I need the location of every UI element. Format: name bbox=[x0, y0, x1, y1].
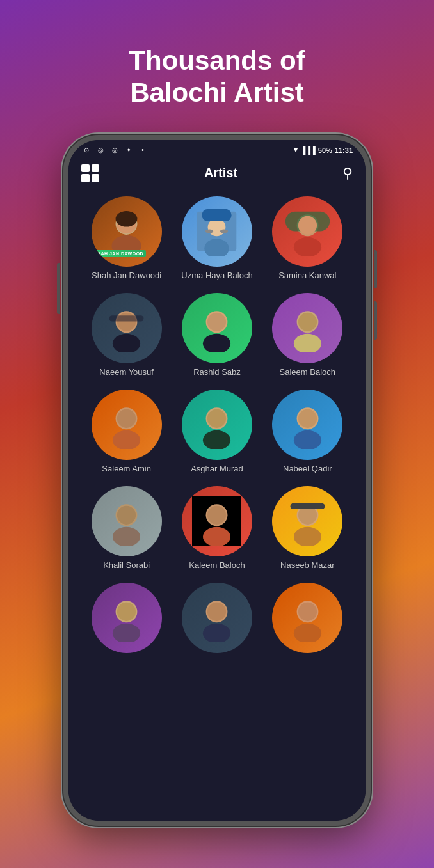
app-title: Artist bbox=[204, 166, 237, 180]
artist-card-naseeb[interactable]: Naseeb Mazar bbox=[271, 486, 344, 570]
artist-card-naeem[interactable]: Naeem Yousuf bbox=[90, 293, 163, 377]
page-title: Thousands of Balochi Artist bbox=[90, 45, 343, 109]
svg-point-23 bbox=[298, 313, 317, 331]
artist-row-2: Naeem Yousuf Rashid Sabz bbox=[81, 293, 353, 377]
artist-row-5 bbox=[81, 583, 353, 657]
search-icon[interactable]: ⚲ bbox=[342, 165, 353, 182]
artist-card-nabeel[interactable]: Nabeel Qadir bbox=[271, 390, 344, 473]
artist-card-shah-jan[interactable]: Shah Jan Dawood Shah Jan Dawoodi bbox=[90, 196, 163, 280]
svg-point-48 bbox=[203, 624, 230, 642]
svg-point-49 bbox=[207, 603, 226, 621]
svg-point-25 bbox=[113, 430, 140, 449]
artist-card-partial-1[interactable] bbox=[90, 583, 163, 657]
artist-card-uzma[interactable]: Uzma Haya Baloch bbox=[180, 196, 253, 280]
svg-point-45 bbox=[113, 624, 140, 642]
svg-point-11 bbox=[294, 237, 321, 256]
svg-point-28 bbox=[203, 430, 230, 449]
volume-down-button bbox=[374, 301, 377, 340]
time-display: 11:31 bbox=[335, 146, 353, 154]
wifi-icon: ▾ bbox=[294, 146, 298, 154]
status-icon-3: ◎ bbox=[109, 145, 120, 155]
svg-point-46 bbox=[117, 603, 136, 621]
artist-grid: Shah Jan Dawood Shah Jan Dawoodi bbox=[68, 190, 366, 821]
artist-avatar-rashid bbox=[182, 293, 252, 363]
phone-frame: ⊙ ◎ ◎ ✦ • ▾ ▐▐▐ 50% 11:31 Artist bbox=[63, 135, 371, 826]
artist-row-1: Shah Jan Dawood Shah Jan Dawoodi bbox=[81, 196, 353, 280]
artist-avatar-saleem-b bbox=[272, 293, 342, 363]
status-icon-4: ✦ bbox=[124, 145, 134, 155]
artist-name-kaleem: Kaleem Baloch bbox=[189, 560, 245, 570]
artist-row-3: Saleem Amin Asghar Murad bbox=[81, 390, 353, 473]
artist-avatar-shah-jan: Shah Jan Dawood bbox=[92, 196, 162, 267]
artist-row-4: Khalil Sorabi Kaleem Baloch bbox=[81, 486, 353, 570]
top-bar: Artist ⚲ bbox=[68, 159, 366, 190]
svg-point-26 bbox=[117, 409, 136, 428]
status-dot: • bbox=[138, 145, 148, 155]
svg-point-19 bbox=[203, 334, 230, 352]
svg-point-22 bbox=[294, 334, 321, 352]
artist-name-rashid: Rashid Sabz bbox=[193, 367, 241, 377]
svg-point-9 bbox=[220, 230, 228, 233]
svg-point-32 bbox=[298, 409, 317, 428]
artist-name-asghar: Asghar Murad bbox=[191, 464, 243, 473]
status-icon-2: ◎ bbox=[95, 145, 106, 155]
shah-label: Shah Jan Dawood bbox=[92, 250, 147, 257]
artist-name-saleem-b: Saleem Baloch bbox=[280, 367, 335, 377]
artist-avatar-samina bbox=[272, 196, 342, 267]
artist-card-asghar[interactable]: Asghar Murad bbox=[180, 390, 253, 473]
svg-point-41 bbox=[294, 527, 321, 546]
artist-name-nabeel: Nabeel Qadir bbox=[283, 464, 332, 473]
artist-card-partial-2[interactable] bbox=[180, 583, 253, 657]
svg-point-13 bbox=[298, 216, 317, 235]
svg-point-51 bbox=[294, 624, 321, 642]
status-right: ▾ ▐▐▐ 50% 11:31 bbox=[294, 146, 353, 154]
artist-avatar-kaleem bbox=[182, 486, 252, 556]
artist-name-shah-jan: Shah Jan Dawoodi bbox=[92, 271, 161, 280]
artist-avatar-nabeel bbox=[272, 390, 342, 460]
phone-mockup: ⊙ ◎ ◎ ✦ • ▾ ▐▐▐ 50% 11:31 Artist bbox=[63, 135, 371, 826]
artist-card-khalil[interactable]: Khalil Sorabi bbox=[90, 486, 163, 570]
artist-card-samina[interactable]: Samina Kanwal bbox=[271, 196, 344, 280]
artist-avatar-asghar bbox=[182, 390, 252, 460]
svg-point-31 bbox=[294, 430, 321, 449]
artist-name-saleem-a: Saleem Amin bbox=[102, 464, 151, 473]
artist-name-samina: Samina Kanwal bbox=[278, 271, 336, 280]
artist-avatar-partial-1 bbox=[92, 583, 162, 653]
status-bar: ⊙ ◎ ◎ ✦ • ▾ ▐▐▐ 50% 11:31 bbox=[68, 140, 366, 159]
artist-card-partial-3[interactable] bbox=[271, 583, 344, 657]
signal-icon: ▐▐▐ bbox=[300, 146, 315, 154]
artist-avatar-naeem bbox=[92, 293, 162, 363]
svg-point-3 bbox=[116, 211, 138, 227]
svg-point-35 bbox=[117, 506, 136, 525]
artist-avatar-khalil bbox=[92, 486, 162, 556]
phone-screen: ⊙ ◎ ◎ ✦ • ▾ ▐▐▐ 50% 11:31 Artist bbox=[68, 140, 366, 821]
svg-point-15 bbox=[113, 334, 140, 352]
battery-level: 50% bbox=[318, 146, 332, 154]
svg-point-8 bbox=[205, 230, 213, 233]
svg-point-20 bbox=[207, 313, 226, 331]
status-icon-1: ⊙ bbox=[81, 145, 92, 155]
artist-card-saleem-b[interactable]: Saleem Baloch bbox=[271, 293, 344, 377]
svg-point-52 bbox=[298, 603, 317, 621]
svg-point-39 bbox=[207, 506, 226, 525]
artist-avatar-partial-3 bbox=[272, 583, 342, 653]
grid-menu-icon[interactable] bbox=[81, 164, 99, 182]
artist-avatar-naseeb bbox=[272, 486, 342, 556]
artist-name-naeem: Naeem Yousuf bbox=[99, 367, 154, 377]
status-left: ⊙ ◎ ◎ ✦ • bbox=[81, 145, 148, 155]
svg-point-34 bbox=[113, 527, 140, 546]
volume-up-button bbox=[374, 250, 377, 288]
artist-name-naseeb: Naseeb Mazar bbox=[280, 560, 335, 570]
power-button bbox=[57, 263, 60, 314]
artist-avatar-uzma bbox=[182, 196, 252, 267]
artist-card-saleem-a[interactable]: Saleem Amin bbox=[90, 390, 163, 473]
svg-rect-7 bbox=[202, 209, 232, 221]
artist-card-rashid[interactable]: Rashid Sabz bbox=[180, 293, 253, 377]
artist-avatar-partial-2 bbox=[182, 583, 252, 653]
artist-card-kaleem[interactable]: Kaleem Baloch bbox=[180, 486, 253, 570]
svg-rect-43 bbox=[290, 503, 325, 509]
svg-point-29 bbox=[207, 409, 226, 428]
artist-name-uzma: Uzma Haya Baloch bbox=[181, 271, 252, 280]
artist-avatar-saleem-a bbox=[92, 390, 162, 460]
svg-point-16 bbox=[117, 313, 136, 331]
